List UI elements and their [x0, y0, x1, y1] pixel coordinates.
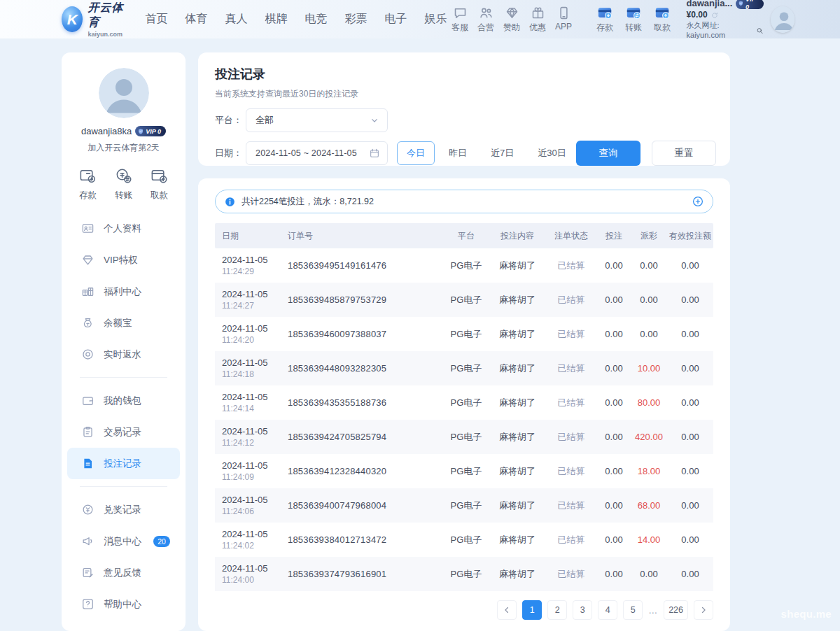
quicklink-support[interactable]: 客服	[447, 6, 473, 34]
page-button-2[interactable]: 2	[547, 600, 567, 620]
bet-content: 麻将胡了	[489, 568, 545, 581]
refresh-icon[interactable]	[710, 11, 719, 20]
valid-bet-amount: 0.00	[667, 534, 713, 545]
transfer-card-icon	[625, 5, 642, 20]
page-button-4[interactable]: 4	[598, 600, 617, 620]
sidebar-item-label: 意见反馈	[104, 567, 141, 579]
nav-esports[interactable]: 电竞	[305, 12, 328, 27]
bet-time: 11:24:06	[222, 506, 282, 516]
user-info[interactable]: dawanjia... VIP 0 ¥0.00 永久网址: kaiyun.com	[687, 0, 764, 41]
quick-action-label: 取款	[150, 190, 168, 201]
page-button-last[interactable]: 226	[664, 600, 688, 620]
nav-sports[interactable]: 体育	[186, 12, 208, 27]
expand-plus-icon[interactable]	[692, 195, 704, 208]
range-7days-button[interactable]: 近7日	[481, 141, 524, 165]
bet-time: 11:24:20	[222, 335, 282, 345]
range-today-button[interactable]: 今日	[397, 141, 435, 165]
quicklink-sponsor[interactable]: 赞助	[499, 6, 525, 34]
bet-content: 麻将胡了	[489, 534, 545, 546]
id-card-icon	[81, 222, 94, 235]
platform-selected-value: 全部	[255, 114, 369, 127]
table-row: 2024-11-05 11:24:27 1853639485879753729 …	[215, 283, 713, 317]
deposit-icon	[78, 166, 97, 185]
sidebar-item-label: 余额宝	[104, 317, 132, 329]
coin-icon	[81, 503, 94, 516]
nav-home[interactable]: 首页	[146, 12, 168, 27]
avatar[interactable]	[771, 6, 795, 33]
bet-date: 2024-11-05	[222, 357, 282, 368]
nav-lottery[interactable]: 彩票	[345, 12, 368, 27]
bet-status: 已结算	[545, 431, 597, 444]
order-number: 1853639495149161476	[282, 260, 443, 271]
divider	[80, 377, 167, 378]
clipboard-icon	[81, 425, 94, 439]
query-button[interactable]: 查询	[576, 141, 640, 166]
bet-amount: 0.00	[597, 432, 631, 442]
sidebar-item-label: 我的钱包	[104, 395, 141, 407]
sidebar-item-welfare[interactable]: 福利中心	[67, 276, 180, 307]
page-button-5[interactable]: 5	[623, 600, 643, 620]
sidebar-item-label: VIP特权	[104, 254, 138, 267]
quicklink-promotions[interactable]: 优惠	[525, 6, 551, 34]
table-row: 2024-11-05 11:24:09 1853639412328440320 …	[215, 454, 713, 488]
bet-time: 11:24:09	[222, 472, 282, 482]
transfer-button[interactable]: 转账	[114, 166, 133, 201]
sidebar-item-transactions[interactable]: 交易记录	[67, 416, 180, 448]
quicklink-app[interactable]: APP	[551, 6, 577, 34]
range-yesterday-button[interactable]: 昨日	[439, 141, 477, 165]
quicklink-label: APP	[555, 22, 572, 31]
bet-amount: 0.00	[597, 329, 631, 339]
nav-entertainment[interactable]: 娱乐	[425, 12, 447, 27]
range-30days-button[interactable]: 近30日	[528, 141, 575, 165]
withdraw-button[interactable]: 取款	[150, 166, 169, 201]
shield-check-icon	[137, 128, 144, 135]
brand-logo[interactable]: K 开云体育 kaiyun.com	[62, 1, 127, 38]
sidebar-item-label: 帮助中心	[104, 598, 141, 611]
sidebar-item-label: 交易记录	[104, 426, 141, 439]
sidebar-item-feedback[interactable]: 意见反馈	[67, 557, 180, 588]
sidebar-item-help[interactable]: 帮助中心	[67, 588, 180, 620]
bet-content: 麻将胡了	[489, 499, 545, 512]
payout-amount: 0.00	[631, 260, 667, 271]
page-button-3[interactable]: 3	[573, 600, 592, 620]
quicklink-partnership[interactable]: 合营	[473, 6, 499, 34]
order-number: 1853639435355188736	[282, 397, 443, 408]
order-number: 1853639412328440320	[282, 466, 443, 476]
date-range-input[interactable]: 2024-11-05 ~ 2024-11-05	[246, 141, 388, 165]
nav-live-casino[interactable]: 真人	[225, 12, 248, 27]
money-pot-icon	[81, 316, 94, 329]
sidebar-item-prize-records[interactable]: 兑奖记录	[67, 494, 180, 525]
wallet-icon	[81, 394, 94, 407]
sidebar-item-bet-records[interactable]: 投注记录	[67, 448, 180, 479]
next-page-button[interactable]	[694, 600, 713, 620]
unread-count-badge: 20	[153, 536, 170, 547]
feedback-icon	[81, 566, 94, 579]
col-header-status: 注单状态	[545, 230, 597, 242]
platform-select[interactable]: 全部	[246, 108, 388, 132]
sidebar-item-messages[interactable]: 消息中心 20	[67, 525, 180, 557]
reset-button[interactable]: 重置	[652, 141, 716, 166]
topbar-right: 客服 合营 赞助 优惠 APP 存款	[447, 0, 795, 41]
payout-amount: 80.00	[631, 397, 667, 408]
deposit-button[interactable]: 存款	[78, 166, 97, 201]
avatar[interactable]	[99, 68, 149, 118]
wallet-transfer-button[interactable]: 转账	[621, 5, 647, 34]
sidebar-item-vip[interactable]: VIP特权	[67, 244, 180, 276]
wallet-deposit-button[interactable]: 存款	[592, 5, 618, 34]
wallet-withdraw-button[interactable]: 取款	[650, 5, 676, 34]
quicklink-label: 优惠	[529, 22, 546, 34]
nav-board-games[interactable]: 棋牌	[265, 12, 288, 27]
search-icon[interactable]	[756, 27, 764, 35]
sidebar-item-rebate[interactable]: 实时返水	[67, 339, 180, 370]
sidebar-item-profile[interactable]: 个人资料	[67, 213, 180, 244]
sidebar-item-label: 福利中心	[104, 285, 141, 298]
prev-page-button[interactable]	[497, 600, 517, 620]
wallet-label: 取款	[654, 22, 671, 34]
table-row: 2024-11-05 11:24:06 1853639400747968004 …	[215, 488, 713, 523]
sidebar-item-wallet[interactable]: 我的钱包	[67, 385, 180, 416]
nav-slots[interactable]: 电子	[385, 12, 407, 27]
sidebar-item-yuebao[interactable]: 余额宝	[67, 307, 180, 339]
order-number: 1853639460097388037	[282, 329, 443, 339]
page-button-1[interactable]: 1	[522, 600, 542, 620]
brand-name: 开云体育	[88, 1, 127, 30]
